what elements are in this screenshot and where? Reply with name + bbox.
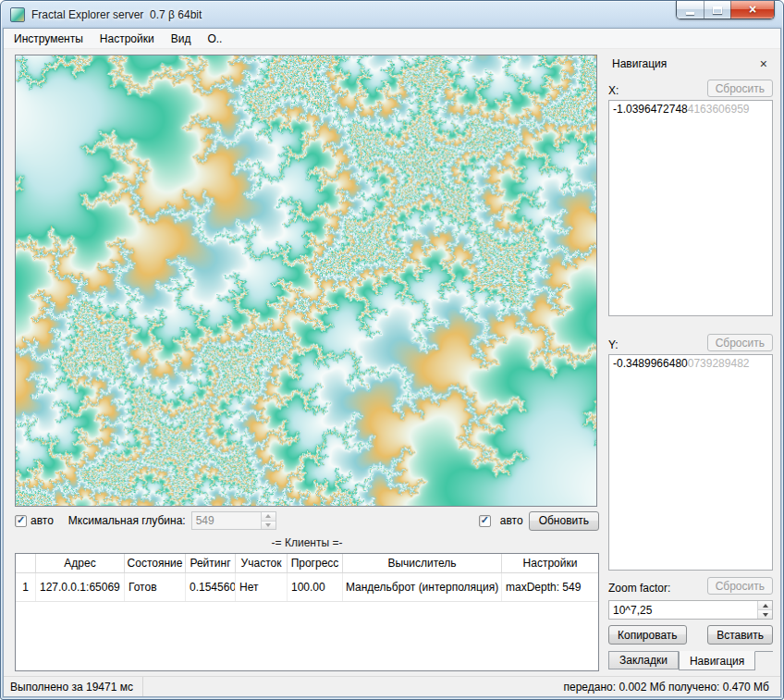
zoom-reset-button[interactable]: Сбросить	[707, 577, 773, 595]
max-depth-label: Мксимальная глубина:	[68, 514, 186, 527]
main-area: ✓ авто Мксимальная глубина: ✓ авто Обнов…	[4, 49, 780, 676]
statusbar: Выполнено за 19471 мс передано: 0.002 Мб…	[4, 676, 780, 696]
y-value: -0.3489966480	[613, 357, 688, 370]
app-icon	[10, 7, 25, 22]
tab-bookmarks[interactable]: Закладки	[608, 652, 679, 669]
menu-settings[interactable]: Настройки	[92, 29, 163, 48]
zoom-factor-input[interactable]	[609, 601, 757, 619]
client-table-row[interactable]: 1 127.0.0.1:65069 Готов 0.154560 Нет 100…	[16, 573, 598, 602]
y-reset-button[interactable]: Сбросить	[707, 334, 773, 351]
refresh-group: ✓ авто Обновить	[479, 511, 599, 531]
auto-refresh-label: авто	[500, 514, 523, 527]
column-state[interactable]: Состояние	[125, 554, 186, 572]
column-progress[interactable]: Прогресс	[288, 554, 343, 572]
arrow-up-icon	[763, 604, 768, 608]
dock-tabs: Закладки Навигация	[608, 651, 773, 670]
zoom-down-button[interactable]	[758, 609, 772, 619]
refresh-button[interactable]: Обновить	[529, 511, 599, 531]
x-field-row: X: Сбросить	[608, 80, 773, 97]
menu-view[interactable]: Вид	[163, 29, 200, 48]
y-value-extra-digits: 0739289482	[688, 357, 750, 370]
tab-navigation[interactable]: Навигация	[679, 651, 755, 670]
auto-depth-label: авто	[31, 514, 54, 527]
zoom-field-row: Zoom factor: Сбросить	[608, 577, 773, 595]
fractal-column: ✓ авто Мксимальная глубина: ✓ авто Обнов…	[15, 55, 599, 671]
max-depth-input[interactable]	[192, 512, 261, 529]
x-value-box[interactable]: -1.03964727484163606959	[608, 100, 773, 316]
zoom-factor-label: Zoom factor:	[608, 582, 670, 595]
panel-close-button[interactable]: ×	[757, 57, 770, 70]
navigation-panel: Навигация × X: Сбросить -1.0396472748416…	[608, 55, 773, 670]
menubar: Инструменты Настройки Вид О..	[4, 29, 780, 49]
client-area: Инструменты Настройки Вид О.. ✓ авто Мкс…	[3, 28, 781, 697]
clients-table: Адрес Состояние Рейтинг Участок Прогресс…	[15, 553, 599, 671]
column-address[interactable]: Адрес	[36, 554, 125, 572]
x-value: -1.0396472748	[613, 103, 688, 116]
row-header-corner[interactable]	[16, 554, 36, 572]
status-traffic: передано: 0.002 Мб получено: 0.470 Мб	[563, 681, 769, 694]
y-field-row: Y: Сбросить	[608, 334, 773, 351]
minimize-icon	[686, 12, 694, 15]
minimize-button[interactable]	[677, 1, 704, 18]
clients-section-title: -= Клиенты =-	[15, 536, 599, 549]
close-button[interactable]: ×	[730, 1, 774, 18]
clients-table-header: Адрес Состояние Рейтинг Участок Прогресс…	[16, 554, 598, 573]
y-label: Y:	[608, 338, 619, 351]
close-icon: ×	[749, 2, 756, 18]
column-region[interactable]: Участок	[236, 554, 288, 572]
max-depth-down-button[interactable]	[262, 521, 276, 530]
window-title: Fractal Explorer server 0.7 β 64bit	[31, 8, 202, 21]
auto-depth-checkbox[interactable]: ✓	[15, 515, 27, 527]
arrow-up-icon	[265, 514, 271, 518]
fractal-view[interactable]	[15, 55, 597, 507]
cell-settings[interactable]: maxDepth: 549	[502, 573, 598, 601]
navigation-panel-title: Навигация	[612, 57, 667, 70]
maximize-button[interactable]	[704, 1, 730, 18]
titlebar[interactable]: Fractal Explorer server 0.7 β 64bit ×	[1, 1, 783, 28]
paste-button[interactable]: Вставить	[707, 625, 773, 645]
column-rating[interactable]: Рейтинг	[186, 554, 236, 572]
cell-state[interactable]: Готов	[125, 573, 186, 601]
zoom-up-button[interactable]	[758, 601, 772, 609]
menu-tools[interactable]: Инструменты	[6, 29, 92, 48]
max-depth-up-button[interactable]	[262, 512, 276, 521]
navigation-panel-header[interactable]: Навигация ×	[608, 55, 773, 73]
copy-button[interactable]: Копировать	[608, 625, 687, 645]
table-empty-area	[16, 602, 598, 670]
spacer	[608, 316, 773, 327]
column-settings[interactable]: Настройки	[502, 554, 598, 572]
check-icon: ✓	[17, 515, 25, 525]
row-number[interactable]: 1	[16, 573, 36, 601]
menu-about[interactable]: О..	[199, 29, 230, 48]
maximize-icon	[713, 6, 722, 14]
status-message: Выполнено за 19471 мс	[4, 677, 143, 696]
arrow-down-icon	[265, 523, 271, 527]
app-window: Fractal Explorer server 0.7 β 64bit × Ин…	[0, 0, 784, 700]
caption-buttons: ×	[676, 1, 775, 19]
auto-refresh-checkbox[interactable]: ✓	[479, 515, 491, 527]
max-depth-spinbox	[191, 511, 276, 530]
y-value-box[interactable]: -0.34899664800739289482	[608, 354, 773, 571]
x-reset-button[interactable]: Сбросить	[707, 80, 773, 97]
cell-address[interactable]: 127.0.0.1:65069	[36, 573, 125, 601]
depth-controls-row: ✓ авто Мксимальная глубина: ✓ авто Обнов…	[15, 510, 599, 531]
x-value-extra-digits: 4163606959	[688, 103, 750, 116]
clipboard-buttons-row: Копировать Вставить	[608, 625, 773, 645]
column-calculator[interactable]: Вычислитель	[343, 554, 502, 572]
cell-progress[interactable]: 100.00	[288, 573, 343, 601]
cell-rating[interactable]: 0.154560	[186, 573, 236, 601]
max-depth-spin-buttons	[261, 512, 276, 529]
check-icon: ✓	[481, 515, 489, 525]
arrow-down-icon	[763, 613, 768, 617]
zoom-factor-spinbox	[608, 600, 773, 620]
cell-calculator[interactable]: Мандельброт (интерполяция)	[343, 573, 502, 601]
cell-region[interactable]: Нет	[236, 573, 288, 601]
zoom-spin-buttons	[757, 601, 772, 619]
x-label: X:	[608, 84, 619, 97]
